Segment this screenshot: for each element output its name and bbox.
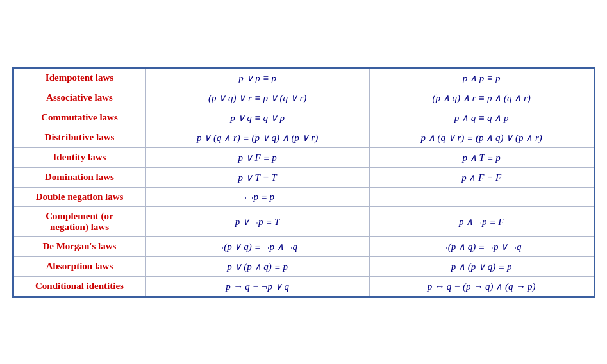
table-row: Distributive lawsp ∨ (q ∧ r) ≡ (p ∨ q) ∧… [14,128,594,147]
law-name: Identity laws [14,147,146,167]
formula-2: ¬(p ∧ q) ≡ ¬p ∨ ¬q [369,236,593,256]
formula-1: p ∨ ¬p ≡ T [146,206,369,236]
law-name: Complement (ornegation) laws [14,206,146,236]
formula-1: p ∨ F ≡ p [146,147,369,167]
formula-2 [369,187,593,206]
table-row: Associative laws(p ∨ q) ∨ r ≡ p ∨ (q ∨ r… [14,88,594,108]
table-row: Absorption lawsp ∨ (p ∧ q) ≡ pp ∧ (p ∨ q… [14,256,594,276]
table-row: Idempotent lawsp ∨ p ≡ pp ∧ p ≡ p [14,69,594,88]
law-name: Distributive laws [14,128,146,147]
formula-2: p ∧ (p ∨ q) ≡ p [369,256,593,276]
laws-table: Idempotent lawsp ∨ p ≡ pp ∧ p ≡ pAssocia… [14,69,594,296]
formula-1: ¬(p ∨ q) ≡ ¬p ∧ ¬q [146,236,369,256]
formula-2: p ∧ F ≡ F [369,167,593,187]
formula-2: p ∧ q ≡ q ∧ p [369,108,593,128]
formula-1: p ∨ (q ∧ r) ≡ (p ∨ q) ∧ (p ∨ r) [146,128,369,147]
formula-2: p ∧ T ≡ p [369,147,593,167]
table-row: Double negation laws¬¬p ≡ p [14,187,594,206]
formula-1: p ∨ (p ∧ q) ≡ p [146,256,369,276]
table-row: Identity lawsp ∨ F ≡ pp ∧ T ≡ p [14,147,594,167]
formula-1: p ∨ q ≡ q ∨ p [146,108,369,128]
law-name: Domination laws [14,167,146,187]
formula-2: (p ∧ q) ∧ r ≡ p ∧ (q ∧ r) [369,88,593,108]
formula-2: p ∧ (q ∨ r) ≡ (p ∧ q) ∨ (p ∧ r) [369,128,593,147]
formula-1: ¬¬p ≡ p [146,187,369,206]
formula-2: p ↔ q ≡ (p → q) ∧ (q → p) [369,276,593,296]
table-row: De Morgan's laws¬(p ∨ q) ≡ ¬p ∧ ¬q¬(p ∧ … [14,236,594,256]
table-row: Complement (ornegation) lawsp ∨ ¬p ≡ Tp … [14,206,594,236]
law-name: De Morgan's laws [14,236,146,256]
law-name: Idempotent laws [14,69,146,88]
law-name: Associative laws [14,88,146,108]
law-name: Conditional identities [14,276,146,296]
law-name: Absorption laws [14,256,146,276]
formula-1: p → q ≡ ¬p ∨ q [146,276,369,296]
formula-1: p ∨ p ≡ p [146,69,369,88]
laws-table-container: Idempotent lawsp ∨ p ≡ pp ∧ p ≡ pAssocia… [12,67,595,298]
law-name: Commutative laws [14,108,146,128]
formula-1: p ∨ T ≡ T [146,167,369,187]
table-row: Commutative lawsp ∨ q ≡ q ∨ pp ∧ q ≡ q ∧… [14,108,594,128]
law-name: Double negation laws [14,187,146,206]
formula-2: p ∧ ¬p ≡ F [369,206,593,236]
table-row: Conditional identitiesp → q ≡ ¬p ∨ qp ↔ … [14,276,594,296]
formula-2: p ∧ p ≡ p [369,69,593,88]
table-row: Domination lawsp ∨ T ≡ Tp ∧ F ≡ F [14,167,594,187]
formula-1: (p ∨ q) ∨ r ≡ p ∨ (q ∨ r) [146,88,369,108]
